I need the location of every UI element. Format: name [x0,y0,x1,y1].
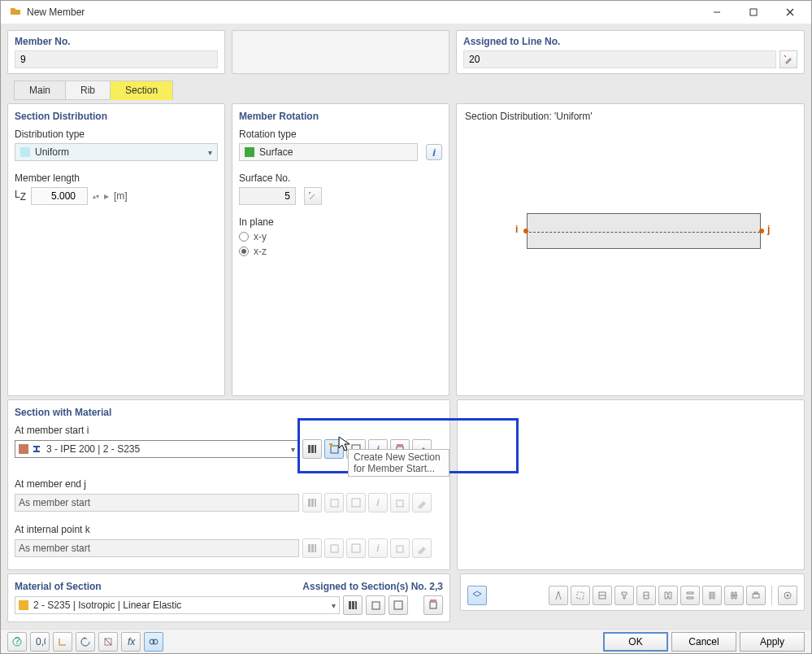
edit-button-end [346,493,366,512]
view-toolbar-panel [460,573,805,611]
svg-rect-2 [311,445,314,453]
material-edit-button[interactable] [389,595,408,615]
view-btn-7[interactable] [680,586,700,605]
material-new-button[interactable] [366,595,385,615]
edit-button-int [346,538,366,558]
view-btn-9[interactable] [724,586,744,605]
view-btn-4[interactable] [614,586,634,605]
rot-type-label: Rotation type [239,129,442,140]
titlebar: New Member [1,1,811,24]
radio-xz[interactable]: x-z [239,246,442,257]
iso-view-button[interactable] [467,586,487,605]
units-button[interactable]: 0,00 [30,632,50,652]
material-title: Material of Section [15,581,102,592]
app-icon [9,5,22,20]
clear-button[interactable] [98,632,118,652]
library-button-end [302,493,322,512]
chevron-down-icon: ▾ [332,601,336,610]
length-unit: [m] [114,190,128,202]
help-button[interactable]: ? [7,632,27,652]
library-button[interactable] [302,439,322,459]
info-button-end: i [368,493,388,512]
svg-rect-7 [308,499,310,507]
chevron-down-icon: ▾ [208,148,212,157]
settings-button[interactable] [778,586,797,605]
view-btn-2[interactable] [571,586,590,605]
close-button[interactable] [771,1,808,24]
delete-button-int [390,538,410,558]
bottom-bar: ? 0,00 fx OK Cancel Apply [1,629,811,653]
svg-rect-1 [308,445,310,453]
member-length-input[interactable] [31,187,88,205]
apply-button[interactable]: Apply [740,632,805,652]
section-end-value: As member start [19,497,90,508]
start-label: At member start i [15,425,443,436]
svg-text:?: ? [15,636,20,647]
delete-button-end [390,493,410,512]
svg-rect-25 [577,592,584,599]
svg-rect-12 [397,500,403,507]
ipe-icon [32,444,41,454]
svg-rect-17 [352,544,360,552]
library-button-int [302,538,322,558]
ok-button[interactable]: OK [603,632,668,652]
render-button[interactable] [144,632,163,652]
formula-button[interactable]: fx [121,632,141,652]
material-props-button[interactable] [423,595,443,615]
svg-rect-24 [430,602,436,608]
reset-view-button[interactable] [76,632,95,652]
section-start-value: 3 - IPE 200 | 2 - S235 [46,443,140,455]
svg-rect-18 [397,546,403,552]
window-title: New Member [27,7,85,18]
maximize-button[interactable] [735,1,771,24]
member-no-input[interactable] [15,50,218,68]
view-btn-5[interactable] [636,586,656,605]
member-shape [527,213,761,249]
view-btn-3[interactable] [593,586,612,605]
view-btn-1[interactable] [549,586,568,605]
assigned-line-panel: Assigned to Line No. [456,30,805,74]
pick-button-end [412,493,432,512]
member-rotation-panel: Member Rotation Rotation type Surface i … [232,103,449,396]
material-library-button[interactable] [343,595,363,615]
tab-main[interactable]: Main [14,81,66,100]
surface-no-input[interactable] [239,187,296,205]
preview-lower-spacer [457,399,805,570]
tab-rib[interactable]: Rib [65,81,111,100]
print-button[interactable] [746,586,766,605]
view-btn-8[interactable] [702,586,722,605]
radio-xy[interactable]: x-y [239,231,442,242]
section-internal-select[interactable]: As member start [15,539,299,557]
dist-type-select[interactable]: Uniform ▾ [15,143,218,161]
rot-type-select[interactable]: Surface [239,143,418,161]
minimize-button[interactable] [698,1,735,24]
endpoint-i [523,229,528,233]
in-plane-label: In plane [239,216,442,228]
internal-label: At internal point k [15,524,443,535]
assigned-line-input[interactable] [463,50,776,68]
endpoint-label-i: i [515,224,518,235]
material-select[interactable]: 2 - S235 | Isotropic | Linear Elastic ▾ [15,596,340,614]
tabs: Main Rib Section [14,81,805,100]
view-btn-6[interactable] [658,586,678,605]
cancel-button[interactable]: Cancel [671,632,736,652]
svg-rect-21 [355,601,357,609]
dist-type-value: Uniform [35,146,69,158]
length-play-icon[interactable]: ▸ [104,190,109,202]
middle-empty-panel [232,30,449,74]
surface-swatch [245,147,254,157]
tab-section[interactable]: Section [110,81,173,100]
dist-type-label: Distribution type [15,129,218,140]
info-icon[interactable]: i [426,144,442,160]
pick-surface-button[interactable] [304,187,322,205]
axis-button[interactable] [53,632,72,652]
section-start-select[interactable]: 3 - IPE 200 | 2 - S235 ▾ [15,440,299,458]
section-distribution-title: Section Distribution [15,111,218,122]
svg-rect-16 [331,545,338,552]
section-end-select[interactable]: As member start [15,494,299,512]
pick-line-button[interactable] [779,50,797,68]
svg-text:fx: fx [128,636,136,647]
section-with-material-panel: Section with Material At member start i … [7,399,450,570]
length-stepper[interactable]: ▴▾ [93,194,99,199]
member-rotation-title: Member Rotation [239,111,442,122]
